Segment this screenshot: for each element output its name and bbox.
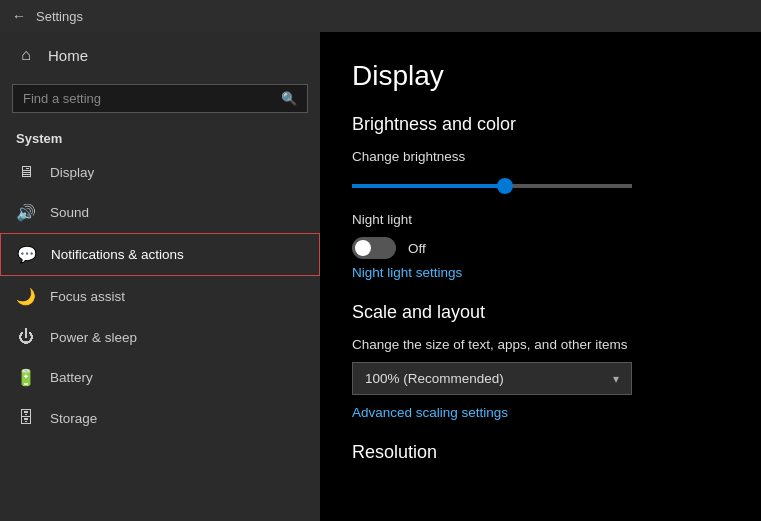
brightness-label: Change brightness — [352, 149, 729, 164]
battery-icon: 🔋 — [16, 368, 36, 387]
sidebar-item-display[interactable]: 🖥 Display — [0, 152, 320, 192]
sidebar-item-sound-label: Sound — [50, 205, 89, 220]
brightness-section-title: Brightness and color — [352, 114, 729, 135]
sound-icon: 🔊 — [16, 203, 36, 222]
sidebar-item-battery[interactable]: 🔋 Battery — [0, 357, 320, 398]
sidebar-item-storage[interactable]: 🗄 Storage — [0, 398, 320, 438]
sidebar-item-display-label: Display — [50, 165, 94, 180]
search-input[interactable] — [23, 91, 273, 106]
sidebar-item-sound[interactable]: 🔊 Sound — [0, 192, 320, 233]
night-light-row: Off — [352, 237, 729, 259]
advanced-scaling-link[interactable]: Advanced scaling settings — [352, 405, 729, 420]
sidebar-item-notifications-label: Notifications & actions — [51, 247, 184, 262]
sidebar-item-storage-label: Storage — [50, 411, 97, 426]
brightness-slider[interactable] — [352, 184, 632, 188]
page-title: Display — [352, 60, 729, 92]
night-light-state: Off — [408, 241, 426, 256]
toggle-thumb — [355, 240, 371, 256]
scale-value: 100% (Recommended) — [365, 371, 504, 386]
notifications-icon: 💬 — [17, 245, 37, 264]
night-light-settings-link[interactable]: Night light settings — [352, 265, 729, 280]
sidebar-section-label: System — [0, 123, 320, 152]
display-icon: 🖥 — [16, 163, 36, 181]
search-icon: 🔍 — [281, 91, 297, 106]
sidebar-item-power-label: Power & sleep — [50, 330, 137, 345]
resolution-label: Resolution — [352, 442, 729, 463]
night-light-toggle[interactable] — [352, 237, 396, 259]
home-label: Home — [48, 47, 88, 64]
home-icon: ⌂ — [16, 46, 36, 64]
sidebar-item-focus-label: Focus assist — [50, 289, 125, 304]
sidebar-item-home[interactable]: ⌂ Home — [0, 32, 320, 78]
scale-section-title: Scale and layout — [352, 302, 729, 323]
sidebar-item-power[interactable]: ⏻ Power & sleep — [0, 317, 320, 357]
brightness-slider-container — [352, 174, 729, 192]
titlebar: ← Settings — [0, 0, 761, 32]
sidebar-item-notifications[interactable]: 💬 Notifications & actions — [0, 233, 320, 276]
content-area: Display Brightness and color Change brig… — [320, 32, 761, 521]
dropdown-arrow-icon: ▾ — [613, 372, 619, 386]
titlebar-title: Settings — [36, 9, 83, 24]
scale-label: Change the size of text, apps, and other… — [352, 337, 729, 352]
back-button[interactable]: ← — [12, 8, 26, 24]
storage-icon: 🗄 — [16, 409, 36, 427]
scale-dropdown[interactable]: 100% (Recommended) ▾ — [352, 362, 632, 395]
night-light-label: Night light — [352, 212, 729, 227]
search-box[interactable]: 🔍 — [12, 84, 308, 113]
focus-icon: 🌙 — [16, 287, 36, 306]
sidebar-item-battery-label: Battery — [50, 370, 93, 385]
main-container: ⌂ Home 🔍 System 🖥 Display 🔊 Sound 💬 Noti… — [0, 32, 761, 521]
sidebar-item-focus[interactable]: 🌙 Focus assist — [0, 276, 320, 317]
sidebar: ⌂ Home 🔍 System 🖥 Display 🔊 Sound 💬 Noti… — [0, 32, 320, 521]
power-icon: ⏻ — [16, 328, 36, 346]
